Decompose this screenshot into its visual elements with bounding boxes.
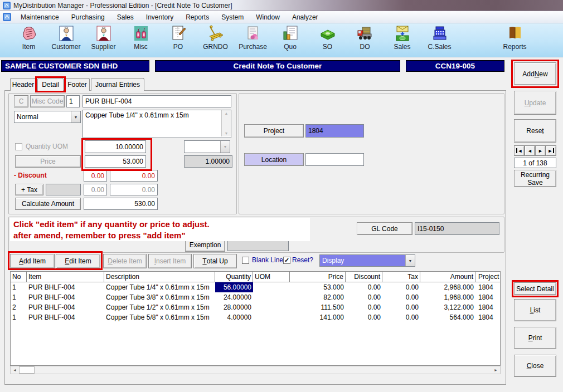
select-detail-button[interactable]: Select Detail bbox=[514, 282, 556, 295]
c-button[interactable]: C bbox=[14, 95, 28, 107]
tax-amount-field[interactable]: 0.00 bbox=[110, 184, 158, 195]
blank-line-label: Blank Line bbox=[252, 256, 283, 264]
chevron-down-icon[interactable]: ▼ bbox=[405, 255, 415, 266]
gl-code-button[interactable]: GL Code bbox=[357, 222, 412, 235]
sales-invoice-icon bbox=[394, 25, 411, 42]
add-item-button[interactable]: Add Item bbox=[10, 254, 55, 268]
tax-code-field bbox=[46, 184, 81, 195]
menu-sales[interactable]: Sales bbox=[111, 11, 140, 23]
location-field[interactable] bbox=[305, 153, 364, 166]
toolbar-reports[interactable]: Reports bbox=[496, 25, 533, 56]
scrollbar-thumb[interactable] bbox=[19, 366, 35, 374]
tax-button[interactable]: + Tax bbox=[15, 184, 43, 195]
menu-window[interactable]: Window bbox=[250, 11, 286, 23]
chevron-down-icon: ▼ bbox=[220, 141, 230, 153]
description-scrollbar[interactable]: ▲ ▼ bbox=[221, 110, 231, 136]
quantity-uom-label: Quantity UOM bbox=[26, 143, 68, 150]
price-button[interactable]: Price bbox=[15, 155, 81, 168]
toolbar-quo[interactable]: Quo bbox=[271, 25, 309, 56]
location-button[interactable]: Location bbox=[244, 153, 304, 166]
calculate-amount-button[interactable]: Calculate Amount bbox=[15, 198, 81, 210]
edit-item-button[interactable]: Edit Item bbox=[56, 254, 100, 268]
toolbar-sales[interactable]: Sales bbox=[384, 25, 421, 56]
document-icon bbox=[3, 13, 11, 21]
menu-inventory[interactable]: Inventory bbox=[140, 11, 179, 23]
gl-code-field[interactable]: I15-0150 bbox=[415, 222, 499, 235]
purchase-icon bbox=[245, 25, 261, 42]
description-field[interactable]: Copper Tube 1/4" x 0.61mm x 15m ▲ ▼ bbox=[82, 110, 231, 138]
table-header-row: No Item Description Quantity UOM Price D… bbox=[11, 272, 500, 282]
menu-bar: Maintenance Purchasing Sales Inventory R… bbox=[0, 11, 563, 23]
toolbar-do[interactable]: DO bbox=[346, 25, 384, 56]
print-button[interactable]: Print bbox=[514, 327, 556, 349]
toolbar-misc[interactable]: Misc bbox=[122, 25, 159, 56]
scroll-right-icon[interactable]: ► bbox=[492, 366, 500, 374]
toolbar-supplier[interactable]: Supplier bbox=[85, 25, 122, 56]
table-horizontal-scrollbar[interactable]: ◄ ► bbox=[10, 366, 501, 374]
nav-next-button[interactable]: ► bbox=[535, 145, 546, 156]
tab-footer[interactable]: Footer bbox=[65, 78, 90, 91]
toolbar-so[interactable]: SO bbox=[309, 25, 346, 56]
scroll-left-icon[interactable]: ◄ bbox=[11, 366, 19, 374]
reset-button[interactable]: Reset bbox=[514, 119, 556, 143]
misc-code-field[interactable]: 1 bbox=[66, 95, 80, 107]
app-window: MyDistribution Manager - Professional Ed… bbox=[0, 0, 563, 392]
item-code-field[interactable]: PUR BHLF-004 bbox=[82, 95, 231, 107]
discount-amount-field[interactable]: 0.00 bbox=[110, 170, 158, 182]
nav-first-button[interactable]: ◄ bbox=[514, 145, 525, 156]
toolbar-item[interactable]: Item bbox=[10, 25, 47, 56]
amount-field[interactable]: 530.00 bbox=[84, 198, 158, 210]
project-field[interactable]: 1804 bbox=[305, 124, 364, 138]
toolbar-customer[interactable]: Customer bbox=[47, 25, 85, 56]
uom-rate-field: 1.00000 bbox=[184, 155, 232, 168]
add-new-button[interactable]: Add New bbox=[514, 62, 556, 85]
menu-system[interactable]: System bbox=[215, 11, 250, 23]
total-up-button[interactable]: Total Up bbox=[193, 254, 237, 268]
blank-line-checkbox[interactable] bbox=[242, 257, 249, 264]
scroll-down-icon[interactable]: ▼ bbox=[222, 130, 231, 136]
tab-journal-entries[interactable]: Journal Entries bbox=[91, 78, 144, 91]
delivery-order-icon bbox=[357, 25, 373, 42]
customer-icon bbox=[58, 25, 75, 42]
table-row[interactable]: 1 PUR BHLF-004 Copper Tube 5/8" x 0.61mm… bbox=[11, 312, 500, 322]
tax-percent-field[interactable]: 0.00 bbox=[84, 184, 107, 195]
quantity-uom-checkbox[interactable] bbox=[15, 143, 22, 150]
insert-item-button[interactable]: Insert Item bbox=[148, 254, 192, 268]
menu-maintenance[interactable]: Maintenance bbox=[14, 11, 65, 23]
table-row[interactable]: 1 PUR BHLF-004 Copper Tube 3/8" x 0.61mm… bbox=[11, 292, 500, 302]
reports-icon bbox=[507, 25, 523, 42]
toolbar-csales[interactable]: C.Sales bbox=[421, 25, 458, 56]
item-type-dropdown[interactable]: Normal ▼ bbox=[14, 111, 81, 123]
toolbar-grndo[interactable]: GRNDO bbox=[197, 25, 234, 56]
project-button[interactable]: Project bbox=[244, 124, 304, 138]
scroll-up-icon[interactable]: ▲ bbox=[222, 110, 231, 116]
list-button[interactable]: List bbox=[514, 299, 556, 321]
table-row[interactable]: 2 PUR BHLF-004 Copper Tube 1/2" x 0.61mm… bbox=[11, 302, 500, 312]
menu-reports[interactable]: Reports bbox=[179, 11, 215, 23]
display-dropdown[interactable]: Display ▼ bbox=[319, 254, 415, 267]
chevron-down-icon[interactable]: ▼ bbox=[71, 111, 80, 122]
toolbar-purchase[interactable]: Purchase bbox=[234, 25, 271, 56]
reset-checkbox[interactable]: ✓ bbox=[283, 257, 290, 264]
close-button[interactable]: Close bbox=[514, 355, 556, 377]
toolbar-po[interactable]: PO bbox=[159, 25, 197, 56]
price-field[interactable]: 53.000 bbox=[85, 155, 146, 168]
tab-detail[interactable]: Detail bbox=[37, 78, 64, 91]
menu-analyzer[interactable]: Analyzer bbox=[286, 11, 324, 23]
recurring-save-button[interactable]: Recurring Save bbox=[514, 170, 556, 187]
update-button[interactable]: Update bbox=[514, 91, 556, 115]
misc-code-button[interactable]: Misc Code bbox=[30, 95, 65, 107]
quantity-field[interactable]: 10.00000 bbox=[85, 140, 146, 153]
nav-previous-button[interactable]: ◄ bbox=[525, 145, 535, 156]
misc-icon bbox=[133, 25, 149, 42]
table-row[interactable]: 1 PUR BHLF-004 Copper Tube 1/4" x 0.61mm… bbox=[11, 282, 500, 292]
tab-header[interactable]: Header bbox=[10, 78, 36, 91]
window-title: MyDistribution Manager - Professional Ed… bbox=[13, 2, 232, 9]
selected-cell[interactable]: 56.00000 bbox=[215, 282, 253, 292]
discount-percent-field[interactable]: 0.00 bbox=[84, 170, 107, 182]
uom-dropdown[interactable]: ▼ bbox=[184, 140, 230, 153]
nav-last-button[interactable]: ► bbox=[546, 145, 556, 156]
delete-item-button[interactable]: Delete Item bbox=[103, 254, 147, 268]
menu-purchasing[interactable]: Purchasing bbox=[65, 11, 111, 23]
title-bar: MyDistribution Manager - Professional Ed… bbox=[0, 0, 563, 11]
